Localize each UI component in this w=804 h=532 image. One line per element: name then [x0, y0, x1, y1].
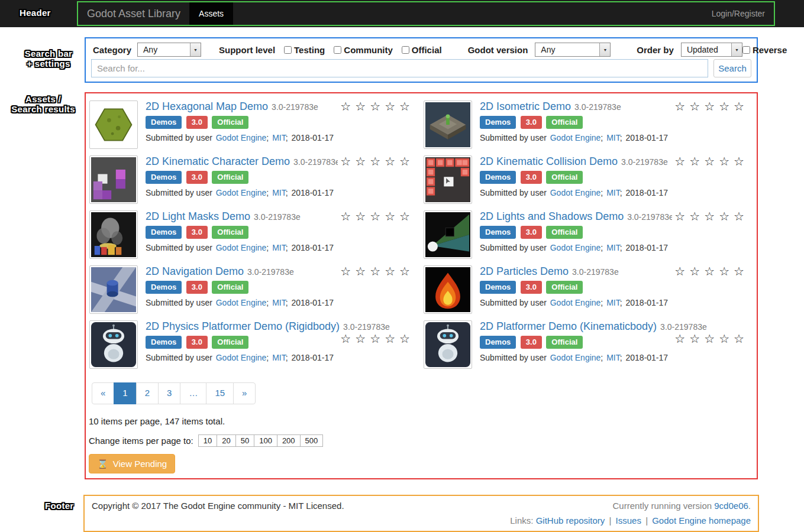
- rating-stars: ☆☆☆☆☆: [672, 333, 748, 345]
- reverse-checkbox[interactable]: [742, 46, 750, 54]
- license-link[interactable]: MIT: [272, 188, 286, 197]
- license-link[interactable]: MIT: [272, 353, 286, 362]
- submitted-prefix: Submitted by user: [146, 298, 212, 307]
- asset-thumbnail[interactable]: [89, 210, 138, 259]
- search-button[interactable]: Search: [713, 59, 751, 77]
- license-link[interactable]: MIT: [272, 133, 286, 142]
- search-panel: Category Any ▼ Support level Testing Com…: [85, 37, 758, 83]
- per-page-500-button[interactable]: 500: [300, 434, 324, 447]
- author-link[interactable]: Godot Engine: [216, 188, 267, 197]
- author-link[interactable]: Godot Engine: [550, 188, 601, 197]
- separator: |: [609, 515, 612, 525]
- asset-title-link[interactable]: 2D Kinematic Collision Demo: [480, 155, 618, 167]
- asset-title-link[interactable]: 2D Navigation Demo: [146, 265, 244, 277]
- godot-version-badge: 3.0: [521, 336, 542, 349]
- version-commit-link[interactable]: 9cd0e06: [714, 501, 748, 511]
- asset-title-link[interactable]: 2D Lights and Shadows Demo: [480, 210, 624, 222]
- license-link[interactable]: MIT: [606, 188, 620, 197]
- search-input[interactable]: [91, 59, 708, 77]
- per-page-20-button[interactable]: 20: [217, 434, 235, 447]
- godot-version-badge: 3.0: [521, 171, 542, 184]
- category-badge[interactable]: Demos: [146, 281, 182, 294]
- support-official-option[interactable]: Official: [402, 45, 442, 55]
- pagination-next[interactable]: »: [233, 382, 256, 404]
- testing-checkbox[interactable]: [284, 46, 292, 54]
- separator: ;: [266, 298, 269, 307]
- asset-title-link[interactable]: 2D Platformer Demo (Kinematicbody): [480, 320, 657, 332]
- category-badge[interactable]: Demos: [146, 171, 182, 184]
- license-link[interactable]: MIT: [606, 243, 620, 252]
- asset-thumbnail[interactable]: [424, 320, 472, 369]
- support-level-badge: Official: [212, 226, 248, 239]
- pagination-page-15[interactable]: 15: [206, 382, 234, 404]
- community-checkbox[interactable]: [334, 46, 341, 54]
- license-link[interactable]: MIT: [606, 353, 620, 362]
- asset-thumbnail[interactable]: [89, 320, 138, 369]
- per-page-100-button[interactable]: 100: [254, 434, 277, 447]
- community-label: Community: [344, 45, 393, 55]
- category-badge[interactable]: Demos: [480, 281, 516, 294]
- asset-title-link[interactable]: 2D Physics Platformer Demo (Rigidbody): [146, 320, 340, 332]
- light-masks-image: [91, 212, 136, 257]
- asset-thumbnail[interactable]: [89, 265, 138, 314]
- asset-thumbnail[interactable]: [424, 210, 472, 259]
- per-page-200-button[interactable]: 200: [277, 434, 301, 447]
- submitted-prefix: Submitted by user: [146, 188, 212, 197]
- author-link[interactable]: Godot Engine: [216, 133, 267, 142]
- pagination-prev[interactable]: «: [92, 382, 114, 404]
- godot-engine-homepage-link[interactable]: Godot Engine homepage: [652, 515, 751, 525]
- category-badge[interactable]: Demos: [480, 226, 516, 239]
- pagination-page-1[interactable]: 1: [114, 382, 136, 404]
- brand-link[interactable]: Godot Asset Library: [78, 2, 189, 25]
- asset-title-link[interactable]: 2D Isometric Demo: [480, 100, 571, 112]
- asset-thumbnail[interactable]: [424, 155, 472, 204]
- author-link[interactable]: Godot Engine: [216, 243, 267, 252]
- asset-thumbnail[interactable]: [424, 265, 472, 314]
- reverse-option[interactable]: Reverse: [742, 45, 787, 55]
- github-repository-link[interactable]: GitHub repository: [536, 515, 605, 525]
- asset-title-link[interactable]: 2D Hexagonal Map Demo: [146, 100, 268, 112]
- issues-link[interactable]: Issues: [616, 515, 641, 525]
- license-link[interactable]: MIT: [606, 298, 620, 307]
- category-badge[interactable]: Demos: [146, 116, 182, 129]
- asset-thumbnail[interactable]: [89, 155, 138, 204]
- asset-title-link[interactable]: 2D Kinematic Character Demo: [146, 155, 290, 167]
- godot-version-select[interactable]: Any ▼: [535, 43, 611, 57]
- support-community-option[interactable]: Community: [334, 45, 393, 55]
- view-pending-button[interactable]: ⌛ View Pending: [89, 454, 175, 473]
- license-link[interactable]: MIT: [606, 133, 620, 142]
- official-checkbox[interactable]: [402, 46, 409, 54]
- license-link[interactable]: MIT: [272, 298, 286, 307]
- asset-title-link[interactable]: 2D Light Masks Demo: [146, 210, 250, 222]
- asset-thumbnail[interactable]: [89, 100, 138, 149]
- asset-title-link[interactable]: 2D Particles Demo: [480, 265, 569, 277]
- category-badge[interactable]: Demos: [480, 116, 516, 129]
- author-link[interactable]: Godot Engine: [550, 353, 601, 362]
- nav-tab-assets[interactable]: Assets: [189, 2, 233, 25]
- asset-info: ☆☆☆☆☆ 2D Isometric Demo3.0-219783e Demos…: [480, 100, 748, 148]
- per-page-10-button[interactable]: 10: [198, 434, 217, 447]
- category-badge[interactable]: Demos: [480, 171, 516, 184]
- pagination-page-3[interactable]: 3: [158, 382, 180, 404]
- category-badge[interactable]: Demos: [480, 336, 516, 349]
- author-link[interactable]: Godot Engine: [550, 133, 601, 142]
- pagination-page-2[interactable]: 2: [136, 382, 159, 404]
- author-link[interactable]: Godot Engine: [550, 243, 601, 252]
- author-link[interactable]: Godot Engine: [216, 353, 267, 362]
- godot-version-badge: 3.0: [186, 116, 208, 129]
- assets-results-panel: ☆☆☆☆☆ 2D Hexagonal Map Demo3.0-219783e D…: [85, 92, 758, 479]
- separator: ;: [620, 353, 622, 362]
- category-badge[interactable]: Demos: [146, 336, 182, 349]
- category-badge[interactable]: Demos: [146, 226, 182, 239]
- author-link[interactable]: Godot Engine: [550, 298, 601, 307]
- author-link[interactable]: Godot Engine: [216, 298, 267, 307]
- asset-version: 3.0-219783e: [343, 322, 390, 332]
- login-register-link[interactable]: Login/Register: [703, 2, 774, 25]
- asset-info: ☆☆☆☆☆ 2D Light Masks Demo3.0-219783e Dem…: [146, 210, 414, 258]
- license-link[interactable]: MIT: [272, 243, 286, 252]
- category-select[interactable]: Any ▼: [137, 43, 201, 57]
- asset-thumbnail[interactable]: [424, 100, 472, 149]
- order-by-select[interactable]: Updated ▼: [681, 43, 742, 57]
- support-testing-option[interactable]: Testing: [284, 45, 325, 55]
- per-page-50-button[interactable]: 50: [235, 434, 254, 447]
